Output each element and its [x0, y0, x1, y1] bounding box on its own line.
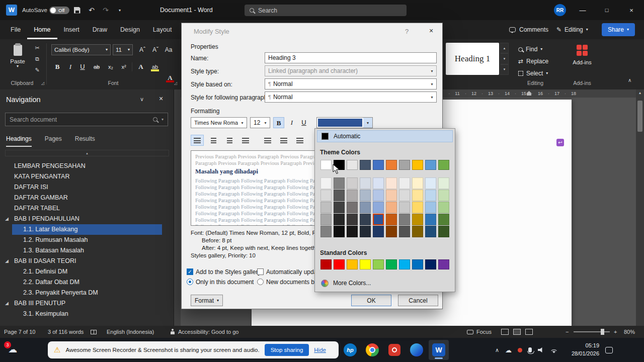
share-button[interactable]: Share ▾	[602, 23, 635, 36]
close-button[interactable]: ×	[619, 0, 644, 20]
color-swatch[interactable]	[412, 259, 423, 269]
align-justify-button[interactable]	[239, 135, 252, 146]
color-swatch[interactable]	[360, 190, 371, 201]
color-swatch[interactable]	[425, 226, 436, 237]
color-swatch[interactable]	[399, 190, 410, 201]
color-swatch[interactable]	[386, 259, 397, 269]
nav-item[interactable]: 2.1. Definisi DM	[0, 266, 174, 277]
ok-button[interactable]: OK	[351, 295, 391, 306]
color-swatch[interactable]	[438, 160, 449, 170]
color-swatch[interactable]	[347, 259, 358, 269]
color-swatch[interactable]	[412, 190, 423, 201]
align-right-button[interactable]	[223, 135, 236, 146]
color-swatch[interactable]	[412, 160, 423, 170]
cut-button[interactable]: ✂	[32, 43, 42, 52]
auto-update-checkbox[interactable]	[257, 268, 264, 275]
notification-center-icon[interactable]	[605, 347, 613, 353]
color-swatch[interactable]	[360, 202, 371, 213]
save-button[interactable]	[71, 5, 83, 16]
gallery-down-icon[interactable]: ▾	[500, 53, 509, 64]
collapse-triangle-icon[interactable]: ◢	[5, 298, 9, 309]
italic-button[interactable]: I	[64, 61, 76, 72]
nav-item[interactable]: 1.3. Batasan Masalah	[0, 245, 174, 256]
color-swatch[interactable]	[334, 259, 345, 269]
color-swatch[interactable]	[399, 226, 410, 237]
color-swatch[interactable]	[334, 214, 345, 225]
color-swatch[interactable]	[438, 214, 449, 225]
color-swatch[interactable]	[399, 160, 410, 170]
nav-item[interactable]: 2.3. Penyakit Penyerta DM	[0, 288, 174, 298]
quick-access-caret-icon[interactable]: ▾	[114, 5, 126, 16]
minimize-button[interactable]: —	[571, 0, 595, 20]
redo-button[interactable]: ↷	[100, 5, 112, 16]
color-swatch[interactable]	[399, 202, 410, 213]
ribbon-tab-file[interactable]: File	[4, 20, 27, 39]
tray-recording-icon[interactable]	[518, 348, 522, 352]
color-swatch[interactable]	[399, 214, 410, 225]
color-swatch[interactable]	[320, 177, 332, 189]
dialog-font-combo[interactable]: Times New Roman ▾	[191, 117, 247, 128]
addins-button[interactable]: Add-ins	[568, 43, 597, 74]
color-swatch[interactable]	[320, 202, 332, 213]
word-count[interactable]: 3 of 116 words	[48, 326, 84, 338]
nav-tab-results[interactable]: Results	[75, 134, 95, 147]
color-swatch[interactable]	[334, 177, 345, 189]
collapse-triangle-icon[interactable]: ◢	[5, 256, 9, 266]
color-swatch[interactable]	[360, 226, 371, 237]
chrome-app-icon[interactable]	[362, 340, 382, 360]
collapse-triangle-icon[interactable]: ◢	[5, 214, 9, 224]
following-paragraph-combo[interactable]: ¶ Normal ▾	[265, 92, 437, 103]
dialog-underline-button[interactable]: U	[298, 117, 309, 128]
font-dialog-launcher-icon[interactable]: ◿	[174, 81, 177, 85]
scroll-up-icon[interactable]: ▴	[636, 90, 644, 95]
nav-scroll-top-strip[interactable]: ▴	[5, 150, 169, 156]
ribbon-tab-design[interactable]: Design	[114, 20, 146, 39]
nav-item[interactable]: 2.2. Daftar Obat DM	[0, 277, 174, 288]
color-swatch[interactable]	[386, 202, 397, 213]
clock[interactable]: 05:19 28/01/2026	[564, 342, 599, 358]
color-swatch[interactable]	[334, 190, 345, 201]
format-painter-button[interactable]: ✎	[32, 65, 42, 74]
style-gallery-heading1[interactable]: Heading 1	[446, 43, 499, 75]
nav-tab-headings[interactable]: Headings	[6, 134, 32, 147]
tray-chevron-up-icon[interactable]: ∧	[495, 347, 499, 353]
paste-button[interactable]: Paste ▾	[5, 42, 30, 78]
color-swatch[interactable]	[320, 214, 332, 225]
word-app-icon[interactable]: W	[429, 340, 449, 360]
zoom-slider-thumb[interactable]	[601, 329, 604, 335]
ribbon-tab-home[interactable]: Home	[27, 20, 57, 39]
help-icon[interactable]: ?	[405, 28, 409, 35]
format-button[interactable]: Format ▾	[191, 295, 223, 306]
color-swatch[interactable]	[373, 160, 384, 170]
color-swatch[interactable]	[399, 259, 410, 269]
zoom-level[interactable]: 80%	[624, 326, 635, 338]
strikethrough-button[interactable]: ab	[91, 61, 103, 72]
ribbon-tab-insert[interactable]: Insert	[57, 20, 86, 39]
underline-button[interactable]: U	[76, 61, 89, 72]
color-swatch[interactable]	[334, 202, 345, 213]
read-mode-view-button[interactable]	[501, 329, 509, 335]
hp-app-icon[interactable]: hp	[340, 340, 360, 360]
highlight-color-button[interactable]: ab	[149, 61, 161, 72]
bold-button[interactable]: B	[51, 61, 63, 72]
new-documents-radio[interactable]	[257, 279, 264, 285]
color-swatch[interactable]	[438, 259, 449, 269]
titlebar-search-input[interactable]: Search	[245, 5, 407, 16]
ribbon-tab-draw[interactable]: Draw	[86, 20, 114, 39]
nav-item[interactable]: DAFTAR ISI	[0, 182, 174, 193]
widgets-button[interactable]: ☁ 3	[8, 344, 17, 355]
dialog-close-icon[interactable]: ×	[429, 27, 433, 35]
color-swatch[interactable]	[412, 214, 423, 225]
pane-options-chevron-icon[interactable]: ∨	[140, 96, 144, 103]
nav-item[interactable]: LEMBAR PENGESAHAN	[0, 161, 174, 171]
font-size-combo[interactable]: 11 ▾	[113, 44, 133, 55]
dialog-bold-button[interactable]: B	[273, 117, 284, 128]
color-swatch[interactable]	[360, 259, 371, 269]
zoom-in-button[interactable]: +	[614, 326, 617, 338]
color-swatch[interactable]	[425, 259, 436, 269]
tray-microphone-icon[interactable]	[528, 347, 532, 352]
language-indicator[interactable]: English (Indonesia)	[107, 326, 154, 338]
color-swatch[interactable]	[412, 226, 423, 237]
autosave-toggle[interactable]: Off	[49, 7, 69, 14]
font-name-combo[interactable]: Calibri (Body) ▾	[51, 44, 111, 55]
